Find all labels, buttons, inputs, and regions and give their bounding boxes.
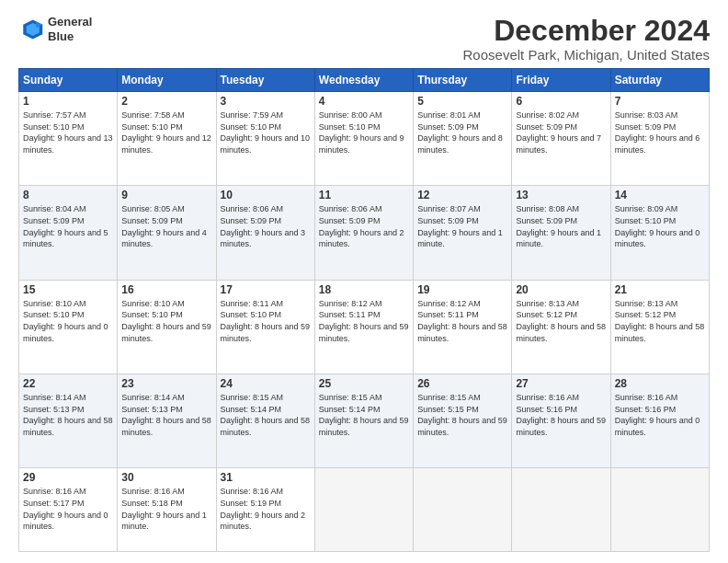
day-number: 25: [319, 377, 409, 390]
calendar-cell: 1Sunrise: 7:57 AMSunset: 5:10 PMDaylight…: [19, 92, 118, 186]
calendar-cell: 10Sunrise: 8:06 AMSunset: 5:09 PMDayligh…: [216, 186, 314, 280]
day-detail: Sunrise: 8:00 AMSunset: 5:10 PMDaylight:…: [319, 109, 409, 155]
day-detail: Sunrise: 8:14 AMSunset: 5:13 PMDaylight:…: [23, 392, 113, 438]
calendar-cell: 23Sunrise: 8:14 AMSunset: 5:13 PMDayligh…: [118, 374, 216, 468]
column-header-saturday: Saturday: [610, 69, 709, 92]
calendar-cell: 31Sunrise: 8:16 AMSunset: 5:19 PMDayligh…: [216, 468, 314, 552]
day-detail: Sunrise: 8:06 AMSunset: 5:09 PMDaylight:…: [319, 203, 409, 249]
calendar-week-row: 22Sunrise: 8:14 AMSunset: 5:13 PMDayligh…: [19, 374, 710, 468]
day-number: 24: [221, 377, 311, 390]
main-title: December 2024: [463, 15, 710, 47]
day-detail: Sunrise: 8:03 AMSunset: 5:09 PMDaylight:…: [615, 109, 705, 155]
day-detail: Sunrise: 7:59 AMSunset: 5:10 PMDaylight:…: [221, 109, 311, 155]
day-detail: Sunrise: 8:05 AMSunset: 5:09 PMDaylight:…: [121, 203, 211, 249]
calendar-cell: 7Sunrise: 8:03 AMSunset: 5:09 PMDaylight…: [610, 92, 709, 186]
logo: General Blue: [18, 15, 92, 43]
day-number: 28: [615, 377, 705, 390]
calendar-cell: 13Sunrise: 8:08 AMSunset: 5:09 PMDayligh…: [512, 186, 610, 280]
calendar-cell: [314, 468, 413, 552]
day-detail: Sunrise: 8:16 AMSunset: 5:16 PMDaylight:…: [516, 392, 606, 438]
day-detail: Sunrise: 8:16 AMSunset: 5:16 PMDaylight:…: [615, 392, 705, 438]
calendar-week-row: 1Sunrise: 7:57 AMSunset: 5:10 PMDaylight…: [19, 92, 710, 186]
calendar-cell: 21Sunrise: 8:13 AMSunset: 5:12 PMDayligh…: [610, 280, 709, 373]
day-number: 8: [23, 189, 113, 201]
day-detail: Sunrise: 8:09 AMSunset: 5:10 PMDaylight:…: [615, 203, 705, 249]
day-detail: Sunrise: 8:12 AMSunset: 5:11 PMDaylight:…: [417, 298, 507, 344]
calendar-cell: 18Sunrise: 8:12 AMSunset: 5:11 PMDayligh…: [314, 280, 413, 373]
calendar-header-row: SundayMondayTuesdayWednesdayThursdayFrid…: [19, 69, 710, 92]
calendar-cell: 30Sunrise: 8:16 AMSunset: 5:18 PMDayligh…: [118, 468, 216, 552]
calendar-cell: 16Sunrise: 8:10 AMSunset: 5:10 PMDayligh…: [118, 280, 216, 373]
calendar-cell: 25Sunrise: 8:15 AMSunset: 5:14 PMDayligh…: [314, 374, 413, 468]
day-number: 15: [23, 283, 113, 296]
day-number: 4: [319, 95, 409, 108]
column-header-sunday: Sunday: [19, 69, 118, 92]
column-header-friday: Friday: [512, 69, 610, 92]
calendar-cell: [512, 468, 610, 552]
day-detail: Sunrise: 8:15 AMSunset: 5:14 PMDaylight:…: [319, 392, 409, 438]
calendar-cell: 17Sunrise: 8:11 AMSunset: 5:10 PMDayligh…: [216, 280, 314, 373]
day-number: 14: [615, 189, 705, 201]
day-detail: Sunrise: 8:01 AMSunset: 5:09 PMDaylight:…: [417, 109, 507, 155]
day-detail: Sunrise: 8:02 AMSunset: 5:09 PMDaylight:…: [516, 109, 606, 155]
day-number: 6: [516, 95, 606, 108]
column-header-wednesday: Wednesday: [314, 69, 413, 92]
day-detail: Sunrise: 8:10 AMSunset: 5:10 PMDaylight:…: [23, 298, 113, 344]
day-number: 2: [121, 95, 211, 108]
day-number: 29: [23, 471, 113, 484]
calendar-cell: 24Sunrise: 8:15 AMSunset: 5:14 PMDayligh…: [216, 374, 314, 468]
day-number: 7: [615, 95, 705, 108]
calendar-cell: 14Sunrise: 8:09 AMSunset: 5:10 PMDayligh…: [610, 186, 709, 280]
day-number: 27: [516, 377, 606, 390]
calendar-table: SundayMondayTuesdayWednesdayThursdayFrid…: [18, 68, 710, 552]
day-detail: Sunrise: 8:08 AMSunset: 5:09 PMDaylight:…: [516, 203, 606, 249]
day-detail: Sunrise: 8:16 AMSunset: 5:17 PMDaylight:…: [23, 486, 113, 532]
day-number: 3: [221, 95, 311, 108]
day-number: 1: [23, 95, 113, 108]
calendar-cell: 19Sunrise: 8:12 AMSunset: 5:11 PMDayligh…: [414, 280, 512, 373]
day-number: 11: [319, 189, 409, 201]
calendar-cell: 2Sunrise: 7:58 AMSunset: 5:10 PMDaylight…: [118, 92, 216, 186]
day-detail: Sunrise: 8:06 AMSunset: 5:09 PMDaylight:…: [221, 203, 311, 249]
calendar-cell: 5Sunrise: 8:01 AMSunset: 5:09 PMDaylight…: [414, 92, 512, 186]
day-detail: Sunrise: 7:57 AMSunset: 5:10 PMDaylight:…: [23, 109, 113, 155]
day-detail: Sunrise: 8:13 AMSunset: 5:12 PMDaylight:…: [516, 298, 606, 344]
title-block: December 2024 Roosevelt Park, Michigan, …: [463, 15, 710, 63]
column-header-tuesday: Tuesday: [216, 69, 314, 92]
calendar-cell: 29Sunrise: 8:16 AMSunset: 5:17 PMDayligh…: [19, 468, 118, 552]
day-number: 21: [615, 283, 705, 296]
calendar-week-row: 8Sunrise: 8:04 AMSunset: 5:09 PMDaylight…: [19, 186, 710, 280]
logo-text: General Blue: [48, 15, 92, 43]
day-detail: Sunrise: 8:12 AMSunset: 5:11 PMDaylight:…: [319, 298, 409, 344]
calendar-cell: 22Sunrise: 8:14 AMSunset: 5:13 PMDayligh…: [19, 374, 118, 468]
calendar-cell: [414, 468, 512, 552]
calendar-cell: 28Sunrise: 8:16 AMSunset: 5:16 PMDayligh…: [610, 374, 709, 468]
calendar-cell: 15Sunrise: 8:10 AMSunset: 5:10 PMDayligh…: [19, 280, 118, 373]
day-number: 16: [121, 283, 211, 296]
day-number: 23: [121, 377, 211, 390]
day-number: 5: [417, 95, 507, 108]
day-detail: Sunrise: 8:15 AMSunset: 5:15 PMDaylight:…: [417, 392, 507, 438]
day-detail: Sunrise: 8:04 AMSunset: 5:09 PMDaylight:…: [23, 203, 113, 249]
calendar-week-row: 15Sunrise: 8:10 AMSunset: 5:10 PMDayligh…: [19, 280, 710, 373]
subtitle: Roosevelt Park, Michigan, United States: [463, 47, 710, 63]
header: General Blue December 2024 Roosevelt Par…: [18, 15, 710, 63]
day-number: 18: [319, 283, 409, 296]
day-number: 12: [417, 189, 507, 201]
column-header-thursday: Thursday: [414, 69, 512, 92]
day-detail: Sunrise: 8:15 AMSunset: 5:14 PMDaylight:…: [221, 392, 311, 438]
day-number: 9: [121, 189, 211, 201]
day-detail: Sunrise: 8:11 AMSunset: 5:10 PMDaylight:…: [221, 298, 311, 344]
day-number: 22: [23, 377, 113, 390]
day-number: 19: [417, 283, 507, 296]
calendar-cell: 11Sunrise: 8:06 AMSunset: 5:09 PMDayligh…: [314, 186, 413, 280]
day-detail: Sunrise: 8:16 AMSunset: 5:19 PMDaylight:…: [221, 486, 311, 532]
day-number: 13: [516, 189, 606, 201]
day-number: 10: [221, 189, 311, 201]
calendar-week-row: 29Sunrise: 8:16 AMSunset: 5:17 PMDayligh…: [19, 468, 710, 552]
calendar-cell: 20Sunrise: 8:13 AMSunset: 5:12 PMDayligh…: [512, 280, 610, 373]
day-detail: Sunrise: 8:13 AMSunset: 5:12 PMDaylight:…: [615, 298, 705, 344]
calendar-cell: 12Sunrise: 8:07 AMSunset: 5:09 PMDayligh…: [414, 186, 512, 280]
page: General Blue December 2024 Roosevelt Par…: [0, 0, 728, 563]
day-number: 26: [417, 377, 507, 390]
